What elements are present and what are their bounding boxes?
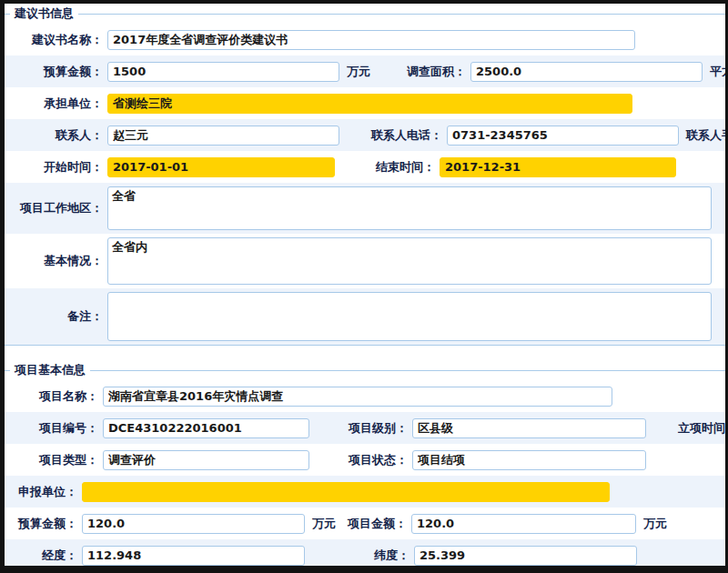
declare-unit-row: 申报单位： [5, 476, 725, 508]
project-code-label: 项目编号： [5, 420, 98, 437]
dates-row: 开始时间： 结束时间： [5, 151, 725, 183]
project-type-row: 项目类型： 项目状态： [5, 444, 725, 476]
project-level-input[interactable] [412, 418, 646, 438]
project-amount-unit-label: 万元 [643, 516, 667, 532]
declare-unit-label: 申报单位： [5, 484, 77, 500]
form-window: 建议书信息 建议书名称： 预算金额： 万元 调查面积： 平方千米 承担单位： 联… [0, 0, 728, 573]
undertaker-row: 承担单位： [5, 87, 725, 119]
project-code-input[interactable] [103, 418, 309, 438]
project-type-input[interactable] [103, 450, 309, 470]
project-name-row: 项目名称： [5, 380, 725, 412]
longitude-input[interactable] [82, 546, 305, 566]
declare-unit-input[interactable] [82, 482, 610, 502]
project-budget-unit-label: 万元 [312, 516, 336, 532]
project-amount-label: 项目金额： [336, 516, 407, 532]
remark-label: 备注： [5, 308, 103, 325]
start-date-label: 开始时间： [5, 159, 103, 176]
proposal-name-label: 建议书名称： [5, 32, 103, 48]
longitude-label: 经度： [5, 548, 77, 564]
project-name-input[interactable] [103, 387, 612, 407]
work-area-textarea[interactable]: 全省 [107, 186, 712, 230]
budget-label: 预算金额： [5, 64, 103, 80]
section-gap [5, 346, 725, 360]
fieldset-line [90, 370, 725, 371]
contact-row: 联系人： 联系人电话： 联系人手机 [5, 119, 725, 151]
project-type-label: 项目类型： [5, 452, 98, 468]
project-info-title: 项目基本信息 [10, 362, 90, 378]
proposal-info-title: 建议书信息 [10, 5, 78, 22]
proposal-info-fieldset-legend: 建议书信息 [5, 4, 725, 24]
project-status-label: 项目状态： [309, 452, 408, 468]
start-date-input[interactable] [107, 157, 335, 177]
end-date-label: 结束时间： [335, 159, 435, 176]
proposal-name-input[interactable] [107, 30, 635, 50]
project-status-input[interactable] [412, 450, 646, 470]
undertaker-input[interactable] [107, 94, 632, 114]
contact-label: 联系人： [5, 127, 103, 144]
contact-phone-input[interactable] [447, 126, 679, 146]
contact-mobile-label: 联系人手机 [686, 127, 728, 144]
project-name-label: 项目名称： [5, 388, 98, 405]
fieldset-line [78, 14, 725, 15]
project-budget-input[interactable] [82, 514, 305, 534]
survey-area-unit-label: 平方千米 [710, 64, 728, 80]
remark-row: 备注： [5, 288, 725, 345]
survey-area-input[interactable] [470, 62, 703, 82]
proposal-name-row: 建议书名称： [5, 24, 725, 55]
latitude-label: 纬度： [305, 548, 410, 564]
project-budget-row: 预算金额： 万元 项目金额： 万元 [5, 508, 725, 539]
coordinates-row: 经度： 纬度： [5, 539, 725, 571]
basic-info-label: 基本情况： [5, 253, 103, 269]
budget-unit-label: 万元 [347, 64, 370, 80]
end-date-input[interactable] [440, 157, 676, 177]
project-code-row: 项目编号： 项目级别： 立项时间： [5, 412, 725, 444]
remark-textarea[interactable] [107, 292, 712, 341]
basic-info-textarea[interactable]: 全省内 [107, 237, 712, 285]
basic-info-row: 基本情况： 全省内 [5, 234, 725, 288]
undertaker-label: 承担单位： [5, 96, 103, 112]
contact-input[interactable] [107, 126, 339, 146]
budget-input[interactable] [107, 62, 339, 82]
budget-area-row: 预算金额： 万元 调查面积： 平方千米 [5, 55, 725, 87]
approval-time-label: 立项时间： [675, 420, 728, 437]
work-area-row: 项目工作地区： 全省 [5, 183, 725, 234]
latitude-input[interactable] [414, 546, 637, 566]
survey-area-label: 调查面积： [370, 64, 466, 80]
project-level-label: 项目级别： [309, 420, 408, 437]
project-budget-label: 预算金额： [5, 516, 77, 532]
contact-phone-label: 联系人电话： [339, 127, 442, 144]
work-area-label: 项目工作地区： [5, 200, 103, 216]
project-info-fieldset-legend: 项目基本信息 [5, 360, 725, 380]
project-amount-input[interactable] [411, 514, 636, 534]
